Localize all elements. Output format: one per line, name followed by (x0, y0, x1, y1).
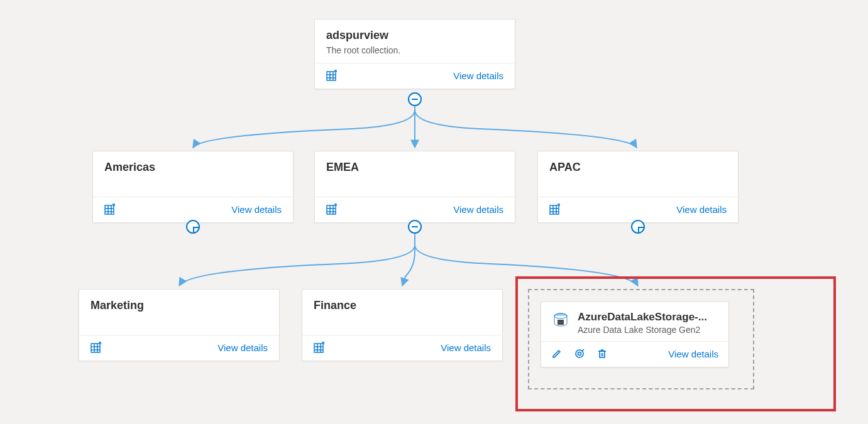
edit-icon[interactable] (551, 348, 563, 359)
source-subtitle: Azure Data Lake Storage Gen2 (578, 325, 718, 335)
card-title: adspurview (326, 28, 503, 43)
grid-icon[interactable] (326, 204, 338, 215)
collection-card-emea[interactable]: EMEA View details (314, 151, 515, 223)
view-details-link[interactable]: View details (676, 204, 727, 215)
card-title: Marketing (91, 298, 268, 313)
view-details-link[interactable]: View details (668, 349, 718, 359)
grid-icon[interactable] (549, 204, 561, 215)
expand-toggle-apac[interactable] (631, 220, 645, 234)
svg-point-34 (578, 352, 581, 356)
card-title: Finance (314, 298, 491, 313)
grid-icon[interactable] (326, 70, 338, 81)
svg-rect-0 (327, 72, 336, 80)
grid-icon[interactable] (91, 342, 102, 353)
scan-icon[interactable] (574, 348, 585, 359)
collection-card-marketing[interactable]: Marketing View details (79, 289, 280, 361)
svg-rect-20 (91, 344, 100, 352)
svg-rect-25 (314, 344, 323, 352)
view-details-link[interactable]: View details (453, 204, 503, 215)
card-title: Americas (104, 160, 282, 175)
source-title: AzureDataLakeStorage-... (578, 311, 718, 323)
card-title: APAC (549, 160, 727, 175)
view-details-link[interactable]: View details (453, 70, 503, 81)
collection-card-root[interactable]: adspurview The root collection. View det… (314, 19, 515, 89)
view-details-link[interactable]: View details (217, 342, 268, 353)
data-lake-icon (551, 311, 570, 332)
collection-card-americas[interactable]: Americas View details (92, 151, 294, 223)
card-subtitle: The root collection. (326, 45, 503, 55)
card-title: EMEA (326, 160, 503, 175)
collapse-toggle-emea[interactable] (408, 220, 422, 234)
data-source-card[interactable]: AzureDataLakeStorage-... Azure Data Lake… (541, 302, 729, 367)
svg-rect-36 (600, 351, 605, 357)
grid-icon[interactable] (104, 204, 116, 215)
svg-rect-10 (327, 205, 336, 214)
collection-card-finance[interactable]: Finance View details (302, 289, 503, 361)
view-details-link[interactable]: View details (231, 204, 282, 215)
collapse-toggle-root[interactable] (408, 92, 422, 106)
svg-rect-15 (550, 205, 559, 214)
svg-rect-5 (105, 205, 114, 214)
delete-icon[interactable] (596, 348, 608, 359)
svg-rect-32 (558, 320, 564, 325)
svg-line-35 (582, 349, 584, 351)
grid-icon[interactable] (314, 342, 325, 353)
view-details-link[interactable]: View details (441, 342, 491, 353)
collection-card-apac[interactable]: APAC View details (537, 151, 739, 223)
expand-toggle-americas[interactable] (186, 220, 200, 234)
